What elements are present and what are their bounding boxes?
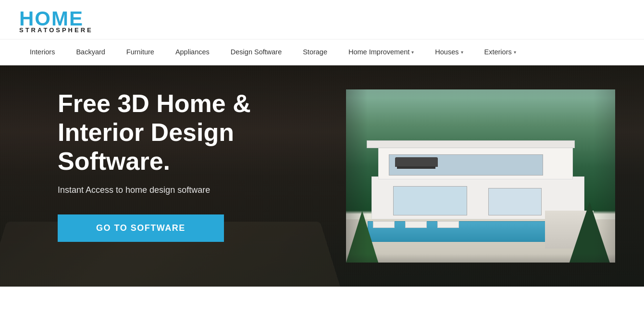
nav-item-design-software[interactable]: Design Software	[220, 39, 292, 64]
nav-link-furniture[interactable]: Furniture	[116, 39, 165, 64]
nav-item-exteriors[interactable]: Exteriors ▾	[474, 39, 527, 64]
chevron-down-icon: ▾	[461, 50, 463, 55]
hero-subtitle: Instant Access to home design software	[58, 185, 317, 195]
nav-link-appliances[interactable]: Appliances	[165, 39, 220, 64]
nav-link-backyard[interactable]: Backyard	[65, 39, 115, 64]
main-nav: Interiors Backyard Furniture Appliances …	[0, 39, 644, 65]
nav-link-exteriors[interactable]: Exteriors ▾	[474, 39, 527, 64]
house-visual	[346, 89, 615, 263]
nav-item-interiors[interactable]: Interiors	[19, 39, 65, 64]
nav-item-appliances[interactable]: Appliances	[165, 39, 220, 64]
logo-home-text: HOME	[19, 9, 106, 29]
nav-item-backyard[interactable]: Backyard	[65, 39, 115, 64]
hero-house-image	[346, 89, 615, 263]
ground-window-1	[393, 186, 468, 215]
nav-link-storage[interactable]: Storage	[292, 39, 338, 64]
swimming-pool	[368, 221, 556, 242]
logo-stratosphere-text: STRATOSPHERE	[19, 27, 106, 33]
house-structure	[359, 124, 596, 219]
nav-item-furniture[interactable]: Furniture	[116, 39, 165, 64]
car	[395, 157, 438, 167]
nav-link-design-software[interactable]: Design Software	[220, 39, 292, 64]
go-to-software-button[interactable]: GO TO SOFTWARE	[58, 214, 224, 242]
lounger-2	[405, 221, 427, 228]
lounger-1	[373, 221, 395, 228]
lounger-3	[437, 221, 459, 228]
nav-item-home-improvement[interactable]: Home Improvement ▾	[338, 39, 424, 64]
chevron-down-icon: ▾	[514, 50, 516, 55]
nav-link-home-improvement[interactable]: Home Improvement ▾	[338, 39, 424, 64]
site-logo[interactable]: HOME STRATOSPHERE	[19, 9, 106, 33]
site-header: HOME STRATOSPHERE	[0, 0, 644, 39]
nav-link-interiors[interactable]: Interiors	[19, 39, 65, 64]
nav-item-storage[interactable]: Storage	[292, 39, 338, 64]
nav-item-houses[interactable]: Houses ▾	[424, 39, 473, 64]
ground-window-2	[488, 188, 541, 215]
nav-link-houses[interactable]: Houses ▾	[424, 39, 473, 64]
chevron-down-icon: ▾	[411, 50, 414, 55]
hero-section: Free 3D Home & Interior Design Software.…	[0, 65, 644, 287]
hero-title: Free 3D Home & Interior Design Software.	[58, 89, 317, 176]
roof	[367, 140, 575, 148]
nav-list: Interiors Backyard Furniture Appliances …	[19, 39, 625, 64]
hero-content: Free 3D Home & Interior Design Software.…	[58, 89, 317, 242]
